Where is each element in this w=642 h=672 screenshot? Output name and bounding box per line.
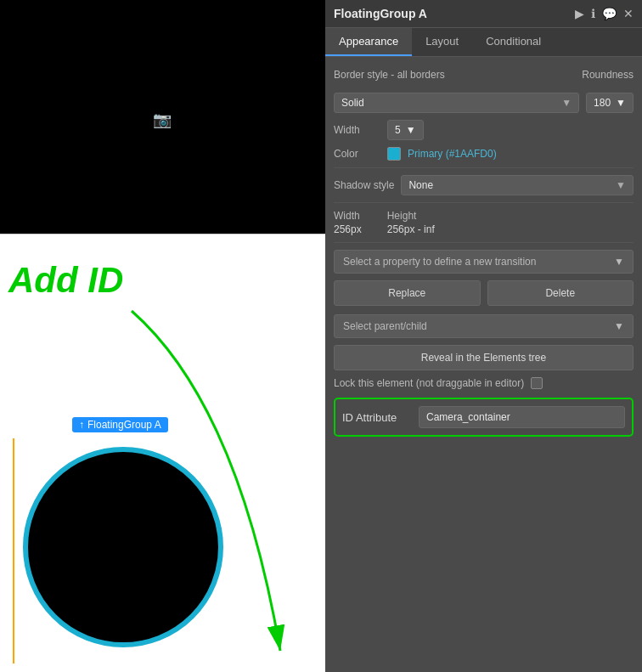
panel-body: Border style - all borders Roundness Sol… (325, 57, 642, 672)
dim-height-label: Height (387, 210, 435, 222)
color-value[interactable]: Primary (#1AAFD0) (408, 148, 497, 160)
reveal-button[interactable]: Reveal in the Elements tree (334, 345, 634, 370)
id-attribute-input[interactable] (419, 406, 625, 428)
tabs: Appearance Layout Conditional (325, 28, 642, 57)
floating-group-label: ↑ FloatingGroup A (72, 417, 168, 432)
tab-conditional[interactable]: Conditional (472, 28, 555, 56)
canvas-bottom: Add ID ↑ FloatingGroup A 64 (0, 234, 325, 672)
right-panel: FloatingGroup A ▶ ℹ 💬 ✕ Appearance Layou… (325, 0, 642, 672)
add-id-label: Add ID (8, 260, 123, 301)
replace-delete-row: Replace Delete (334, 280, 634, 306)
canvas-top: 📷 (0, 0, 325, 234)
dim-width-value: 256px (334, 223, 362, 235)
select-parent-child[interactable]: Select parent/child ▼ (334, 314, 634, 338)
divider-2 (334, 202, 634, 203)
panel-title: FloatingGroup A (334, 7, 427, 20)
dim-width: Width 256px (334, 210, 362, 235)
color-row: Color Primary (#1AAFD0) (334, 147, 634, 161)
id-attribute-section: ID Attribute (334, 398, 634, 437)
width-label: Width (334, 124, 380, 136)
divider-1 (334, 167, 634, 168)
lock-row: Lock this element (not draggable in edit… (334, 377, 634, 389)
width-input[interactable]: 5 ▼ (387, 120, 424, 140)
roundness-label: Roundness (582, 69, 634, 81)
border-style-row: Border style - all borders Roundness (334, 65, 634, 86)
play-icon[interactable]: ▶ (575, 7, 584, 20)
tab-appearance[interactable]: Appearance (325, 28, 412, 56)
transition-select[interactable]: Select a property to define a new transi… (334, 250, 634, 274)
header-icons: ▶ ℹ 💬 ✕ (575, 7, 634, 20)
width-row: Width 5 ▼ (334, 120, 634, 140)
shadow-style-label: Shadow style (334, 179, 394, 191)
dim-width-label: Width (334, 210, 362, 222)
shadow-style-row: Shadow style None ▼ (334, 175, 634, 195)
color-swatch[interactable] (387, 147, 401, 161)
transition-arrow: ▼ (614, 256, 624, 268)
info-icon[interactable]: ℹ (591, 7, 595, 20)
border-style-arrow: ▼ (561, 97, 572, 109)
dim-height-value: 256px - inf (387, 223, 435, 235)
close-icon[interactable]: ✕ (623, 7, 634, 20)
left-panel: 📷 Add ID ↑ FloatingGroup A 64 (0, 0, 325, 672)
width-arrow: ▼ (406, 124, 416, 136)
chat-icon[interactable]: 💬 (602, 7, 617, 20)
floating-group-icon: ↑ (79, 419, 84, 431)
panel-header: FloatingGroup A ▶ ℹ 💬 ✕ (325, 0, 642, 28)
replace-button[interactable]: Replace (334, 280, 481, 306)
id-attribute-label: ID Attribute (342, 411, 410, 424)
svg-point-1 (25, 449, 221, 645)
border-select-row: Solid ▼ 180 ▼ (334, 93, 634, 113)
dimensions-row: Width 256px Height 256px - inf (334, 210, 634, 235)
dim-height: Height 256px - inf (387, 210, 435, 235)
divider-3 (334, 242, 634, 243)
select-parent-arrow: ▼ (614, 320, 624, 332)
delete-button[interactable]: Delete (487, 280, 634, 306)
roundness-select[interactable]: 180 ▼ (586, 93, 634, 113)
color-label: Color (334, 148, 380, 160)
circle-element (21, 445, 225, 649)
camera-icon: 📷 (153, 110, 172, 129)
shadow-style-select[interactable]: None ▼ (401, 175, 634, 195)
lock-label: Lock this element (not draggable in edit… (334, 377, 524, 389)
roundness-arrow: ▼ (616, 97, 626, 109)
shadow-arrow: ▼ (616, 179, 626, 191)
border-style-select[interactable]: Solid ▼ (334, 93, 579, 113)
lock-checkbox[interactable] (531, 377, 543, 389)
tab-layout[interactable]: Layout (412, 28, 472, 56)
border-style-label: Border style - all borders (334, 69, 445, 81)
